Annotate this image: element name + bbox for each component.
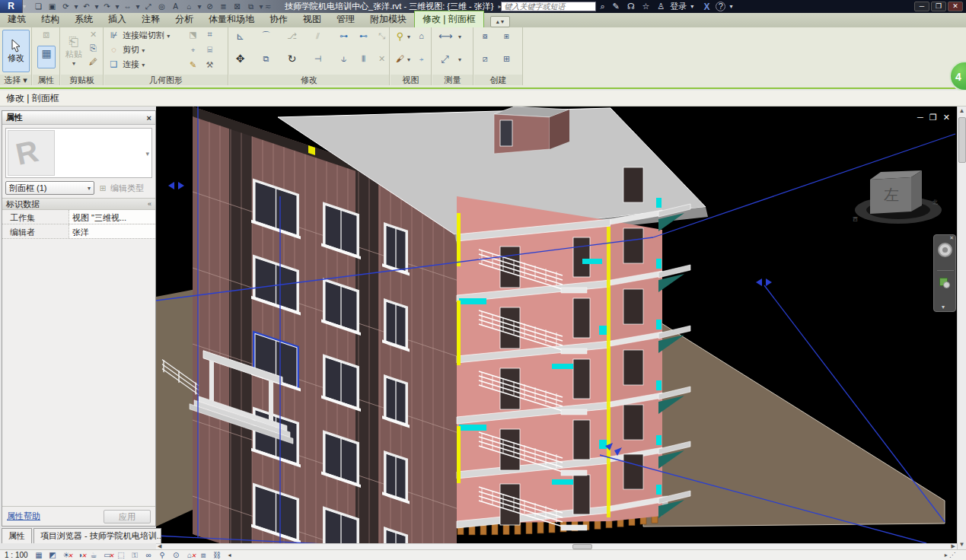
restore-button[interactable]: ❐ <box>931 2 946 11</box>
create-similar-icon[interactable]: ⊞ <box>500 53 513 65</box>
create-group-icon[interactable]: ⧇ <box>479 30 492 42</box>
group-collapse-icon[interactable]: « <box>148 200 151 208</box>
hide-dropdown-icon[interactable]: ▾ <box>407 33 410 40</box>
zoom-icon[interactable] <box>939 278 948 286</box>
sync-with-central-icon[interactable]: ⟳ <box>59 1 72 12</box>
view-close-button[interactable]: ✕ <box>943 113 950 123</box>
unpin-icon[interactable]: ⊷ <box>357 30 370 42</box>
help-icon[interactable]: ? <box>716 2 725 11</box>
type-preview[interactable]: R ▾ <box>5 128 152 178</box>
help-dropdown-icon[interactable]: ▾ <box>729 3 732 10</box>
switch-windows-dropdown-icon[interactable]: ▾ <box>258 1 264 12</box>
navigation-bar[interactable]: ✕ ▾ <box>933 234 956 312</box>
view-restore-button[interactable]: ❐ <box>929 113 937 123</box>
workset-value[interactable]: 视图 "三维视... <box>69 210 155 224</box>
match-type-icon[interactable]: 🖉 <box>87 56 100 68</box>
tab-systems[interactable]: 系统 <box>67 11 100 27</box>
scroll-down-icon[interactable]: ▼ <box>958 540 966 549</box>
modify-button[interactable]: 修改 <box>2 30 30 72</box>
scroll-right-icon[interactable]: ▶ <box>952 543 955 549</box>
type-properties-icon[interactable]: ⧈ <box>40 29 53 40</box>
tab-view[interactable]: 视图 <box>295 11 329 27</box>
rotate-icon[interactable]: ↻ <box>285 53 298 65</box>
section-icon[interactable]: ⊘ <box>203 1 216 12</box>
sync-dropdown-icon[interactable]: ▾ <box>73 1 79 12</box>
redo-dropdown-icon[interactable]: ▾ <box>114 1 120 12</box>
favorites-star-icon[interactable]: ☆ <box>642 2 650 11</box>
3d-model-view[interactable]: 左 西 北 <box>156 107 957 543</box>
show-rendering-dialog-icon[interactable]: ☕ <box>88 550 100 560</box>
redo-icon[interactable]: ↷ <box>100 1 113 12</box>
beam-join-cut-button[interactable]: ⊮ 连接端切割 ▾ <box>107 30 170 41</box>
tab-project-browser[interactable]: 项目浏览器 - 技师学院机电培训... <box>33 528 161 543</box>
reveal-hidden-elements-icon[interactable]: ⚲ <box>157 550 168 560</box>
edit-type-button[interactable]: ⊞ 编辑类型 <box>97 181 152 195</box>
drawing-area[interactable]: 左 西 北 ─ ❐ ✕ ✕ ▾ <box>156 107 957 543</box>
visual-style-icon[interactable]: ◩ <box>47 550 59 560</box>
properties-close-icon[interactable]: × <box>147 113 151 123</box>
align-icon[interactable]: ⊾ <box>234 30 247 42</box>
wall-joins-icon[interactable]: ⌗ <box>203 29 216 40</box>
tab-insert[interactable]: 插入 <box>100 11 134 27</box>
copy-element-icon[interactable]: ⧉ <box>260 53 273 65</box>
edited-by-value[interactable]: 张洋 <box>69 224 155 238</box>
view-minimize-button[interactable]: ─ <box>917 113 923 123</box>
offset-icon[interactable]: ⌒ <box>260 30 273 42</box>
tab-modify-section-box[interactable]: 修改 | 剖面框 <box>414 11 484 27</box>
demolish-icon[interactable]: ⌸ <box>203 44 216 56</box>
customize-qat-icon[interactable]: ≂ <box>265 1 271 12</box>
scale-icon[interactable]: ⤡ <box>375 30 388 42</box>
navbar-close-icon[interactable]: ✕ <box>949 235 954 241</box>
tag-by-category-icon[interactable]: ◎ <box>155 1 168 12</box>
create-parts-icon[interactable]: ⧄ <box>479 53 492 65</box>
tab-structure[interactable]: 结构 <box>33 11 67 27</box>
open-icon[interactable]: ❏ <box>32 1 45 12</box>
default-3d-view-icon[interactable]: ⌂ <box>183 1 196 12</box>
thin-lines-icon[interactable]: ≣ <box>217 1 230 12</box>
view-scale-button[interactable]: 1 : 100 <box>5 551 28 559</box>
sun-path-off-icon[interactable]: ☀✕ <box>61 550 72 560</box>
tab-massing-site[interactable]: 体量和场地 <box>201 11 262 27</box>
measure-dropdown-icon[interactable]: ▾ <box>458 33 461 40</box>
delete-icon[interactable]: ✕ <box>375 53 388 65</box>
undo-icon[interactable]: ↶ <box>80 1 93 12</box>
hammer-icon[interactable]: ⚒ <box>203 59 216 71</box>
aligned-dimension-icon[interactable]: ⤢ <box>142 1 155 12</box>
override-graphics-brush-icon[interactable]: 🖌 <box>394 53 406 65</box>
search-icon[interactable]: ⌕ <box>600 2 604 11</box>
detail-level-icon[interactable]: ▦ <box>33 550 45 560</box>
hide-elements-bulb-icon[interactable]: ⚲ <box>394 30 406 42</box>
3d-view-dropdown-icon[interactable]: ▾ <box>196 1 202 12</box>
type-selector-combobox[interactable]: 剖面框 (1) ▾ <box>5 181 94 195</box>
properties-palette-toggle[interactable]: ▦ <box>37 46 56 68</box>
app-menu-arrow-icon[interactable]: ▾ <box>23 3 26 10</box>
dimension-tool-icon[interactable]: ⤢ <box>438 53 451 65</box>
exchange-apps-icon[interactable]: X <box>703 2 709 12</box>
move-icon[interactable]: ✥ <box>234 53 247 65</box>
scroll-left-icon[interactable]: ◀ <box>158 543 161 549</box>
override-dropdown-icon[interactable]: ▾ <box>407 56 410 63</box>
paint-icon[interactable]: ✎ <box>187 59 199 71</box>
create-assembly-icon[interactable]: ⧆ <box>500 30 513 42</box>
shadows-off-icon[interactable]: ◑✕ <box>75 550 86 560</box>
identity-data-group-header[interactable]: 标识数据 « <box>2 198 155 210</box>
dimension-dropdown-icon[interactable]: ▾ <box>458 56 461 63</box>
minimize-button[interactable]: ─ <box>914 2 929 11</box>
sign-in-button[interactable]: 登录 <box>670 1 687 12</box>
measure-icon[interactable]: ⇔ <box>121 1 134 12</box>
copy-icon[interactable]: ⎘ <box>87 43 100 54</box>
mirror-pick-axis-icon[interactable]: ⎇ <box>285 30 298 42</box>
properties-help-link[interactable]: 属性帮助 <box>7 511 40 522</box>
join-geometry-button[interactable]: ❑ 连接 ▾ <box>107 59 145 70</box>
temporary-hide-isolate-icon[interactable]: ∞ <box>143 550 155 560</box>
unlocked-3d-view-icon[interactable]: ⚿ <box>129 550 141 560</box>
apply-coping-icon[interactable]: ⬔ <box>187 29 199 40</box>
tab-analyze[interactable]: 分析 <box>167 11 201 27</box>
pin-icon[interactable]: ⊶ <box>337 30 350 42</box>
apply-button[interactable]: 应用 <box>104 510 151 523</box>
analytical-model-off-icon[interactable]: ⌂✕ <box>184 550 196 560</box>
highlight-displacement-sets-icon[interactable]: ⧈ <box>198 550 209 560</box>
show-crop-region-icon[interactable]: ⬚ <box>116 550 127 560</box>
close-button[interactable]: ✕ <box>948 2 963 11</box>
horizontal-scrollbar[interactable]: ◀ ▶ <box>156 543 957 549</box>
